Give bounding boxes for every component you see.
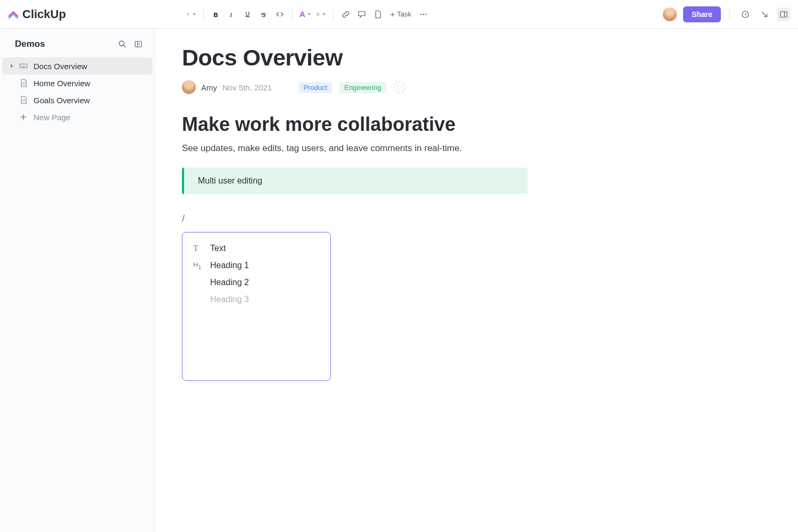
add-tag-button[interactable] — [394, 81, 405, 93]
svg-text:I: I — [230, 11, 233, 18]
cmd-label: Heading 1 — [210, 261, 249, 270]
share-button[interactable]: Share — [683, 6, 721, 22]
doc-icon — [19, 78, 28, 88]
format-toolbar: T B I U S A +Task — [184, 7, 430, 21]
slash-command-trigger[interactable]: / — [182, 213, 766, 225]
align-dropdown[interactable] — [314, 7, 328, 21]
keyboard-icon — [19, 61, 28, 71]
separator — [203, 9, 204, 20]
logo[interactable]: ClickUp — [7, 7, 66, 21]
page-title[interactable]: Docs Overview — [182, 45, 766, 71]
separator — [292, 9, 293, 20]
svg-point-20 — [21, 65, 22, 66]
svg-rect-19 — [20, 64, 27, 68]
svg-text:B: B — [214, 11, 218, 18]
topbar: ClickUp T B I U S A +Task Share — [0, 0, 798, 29]
comment-button[interactable] — [355, 7, 369, 21]
callout-block[interactable]: Multi user editing — [182, 168, 528, 194]
doc-date: Nov 5th, 2021 — [222, 83, 272, 92]
sidebar-new-page[interactable]: New Page — [2, 109, 153, 126]
topbar-right: Share — [662, 6, 791, 22]
sidebar-title: Demos — [15, 39, 112, 49]
plus-icon — [19, 112, 28, 122]
search-icon[interactable] — [117, 38, 128, 50]
sidebar-item-label: Docs Overview — [34, 62, 87, 71]
logo-text: ClickUp — [22, 7, 66, 21]
svg-text:U: U — [246, 11, 250, 17]
sidebar: Demos Docs Overview Home Overview Goals … — [0, 29, 155, 532]
cmd-heading-2[interactable]: Heading 2 — [187, 274, 326, 291]
sidebar-item-label: Goals Overview — [34, 96, 90, 105]
logo-icon — [7, 9, 19, 20]
svg-text:T: T — [187, 13, 189, 16]
tag-engineering[interactable]: Engineering — [339, 82, 386, 93]
h1-icon: H1 — [193, 261, 203, 270]
sidebar-item-goals-overview[interactable]: Goals Overview — [2, 92, 153, 109]
svg-point-9 — [420, 13, 421, 14]
svg-point-22 — [24, 65, 25, 66]
text-icon: T — [193, 244, 203, 253]
sidebar-item-label: Home Overview — [34, 79, 90, 88]
document-editor[interactable]: Docs Overview Amy Nov 5th, 2021 Product … — [155, 29, 798, 532]
strikethrough-button[interactable]: S — [257, 7, 271, 21]
collapse-sidebar-icon[interactable] — [132, 38, 144, 50]
more-button[interactable] — [417, 7, 430, 21]
task-label: Task — [397, 10, 411, 18]
body-text[interactable]: See updates, make edits, tag users, and … — [182, 143, 766, 154]
separator — [333, 9, 334, 20]
sidebar-item-docs-overview[interactable]: Docs Overview — [2, 57, 153, 74]
author-name: Amy — [201, 83, 217, 92]
author-avatar[interactable] — [182, 80, 196, 94]
separator — [729, 9, 730, 20]
underline-button[interactable]: U — [241, 7, 255, 21]
svg-point-21 — [23, 65, 23, 66]
code-button[interactable] — [273, 7, 287, 21]
svg-point-30 — [397, 85, 402, 89]
cmd-label: Heading 2 — [210, 278, 249, 287]
doc-icon — [19, 95, 28, 105]
bold-button[interactable]: B — [209, 7, 223, 21]
history-button[interactable] — [738, 7, 752, 21]
export-button[interactable] — [758, 7, 771, 21]
cmd-label: Heading 3 — [210, 295, 249, 304]
cmd-text[interactable]: TText — [187, 240, 326, 257]
sidebar-item-home-overview[interactable]: Home Overview — [2, 74, 153, 92]
doc-meta: Amy Nov 5th, 2021 Product Engineering — [182, 80, 766, 94]
panel-toggle-button[interactable] — [777, 7, 791, 21]
cmd-heading-3[interactable]: Heading 3 — [187, 291, 326, 308]
tag-product[interactable]: Product — [298, 82, 332, 93]
text-style-dropdown[interactable]: T — [184, 7, 198, 21]
sidebar-item-label: New Page — [34, 113, 70, 122]
link-button[interactable] — [339, 7, 353, 21]
slash-command-menu: TText H1Heading 1 Heading 2 Heading 3 — [182, 232, 331, 381]
svg-point-11 — [425, 13, 426, 14]
add-task-button[interactable]: +Task — [387, 7, 414, 21]
text-color-dropdown[interactable]: A — [298, 7, 312, 21]
cmd-label: Text — [210, 244, 226, 253]
user-avatar[interactable] — [662, 6, 678, 22]
svg-line-16 — [123, 45, 126, 47]
expand-icon — [11, 64, 13, 68]
page-button[interactable] — [371, 7, 385, 21]
svg-point-10 — [423, 13, 424, 14]
svg-point-15 — [119, 41, 124, 46]
italic-button[interactable]: I — [225, 7, 239, 21]
cmd-heading-1[interactable]: H1Heading 1 — [187, 257, 326, 274]
svg-rect-13 — [780, 11, 787, 17]
heading-text[interactable]: Make work more collaborative — [182, 113, 766, 136]
